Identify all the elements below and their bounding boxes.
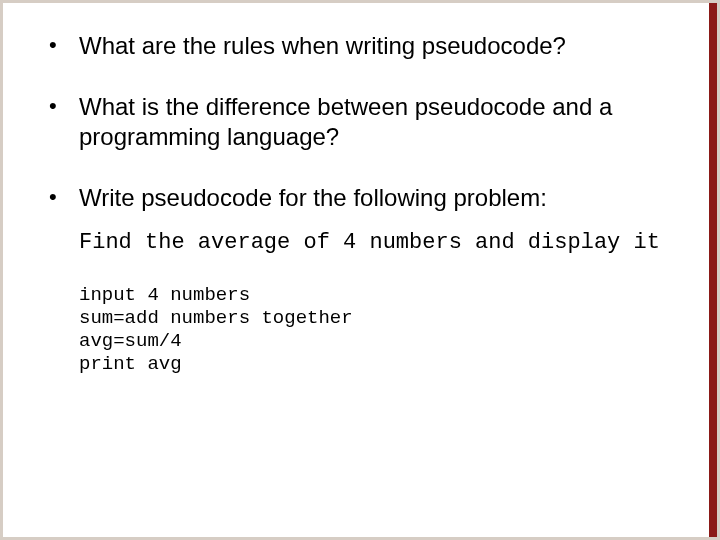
pseudocode-block: input 4 numbers sum=add numbers together… (79, 284, 675, 377)
slide-content: What are the rules when writing pseudoco… (3, 3, 717, 376)
bullet-item: What is the difference between pseudocod… (45, 92, 675, 153)
slide: What are the rules when writing pseudoco… (3, 3, 717, 537)
bullet-list: What are the rules when writing pseudoco… (45, 31, 675, 214)
accent-bar (709, 3, 717, 537)
bullet-item: Write pseudocode for the following probl… (45, 183, 675, 214)
bullet-item: What are the rules when writing pseudoco… (45, 31, 675, 62)
problem-statement: Find the average of 4 numbers and displa… (79, 228, 679, 258)
